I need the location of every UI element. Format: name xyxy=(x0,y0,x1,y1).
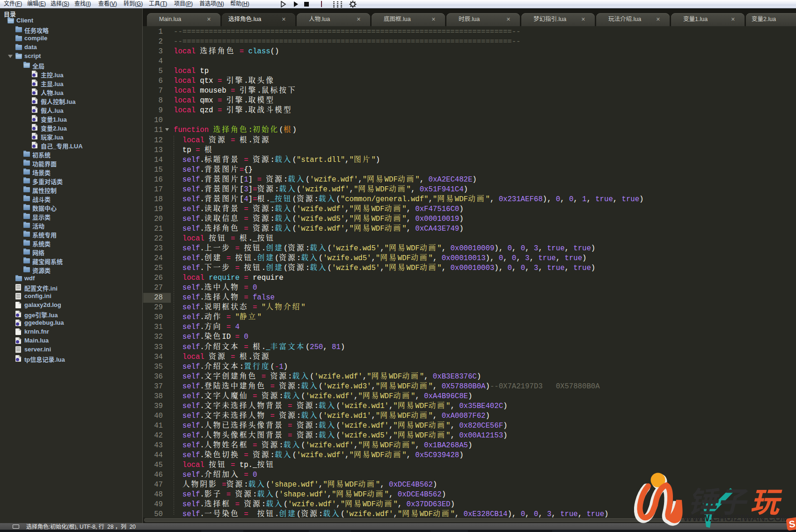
svg-text:WWW.CHUIZIWAN.COM: WWW.CHUIZIWAN.COM xyxy=(683,513,789,523)
